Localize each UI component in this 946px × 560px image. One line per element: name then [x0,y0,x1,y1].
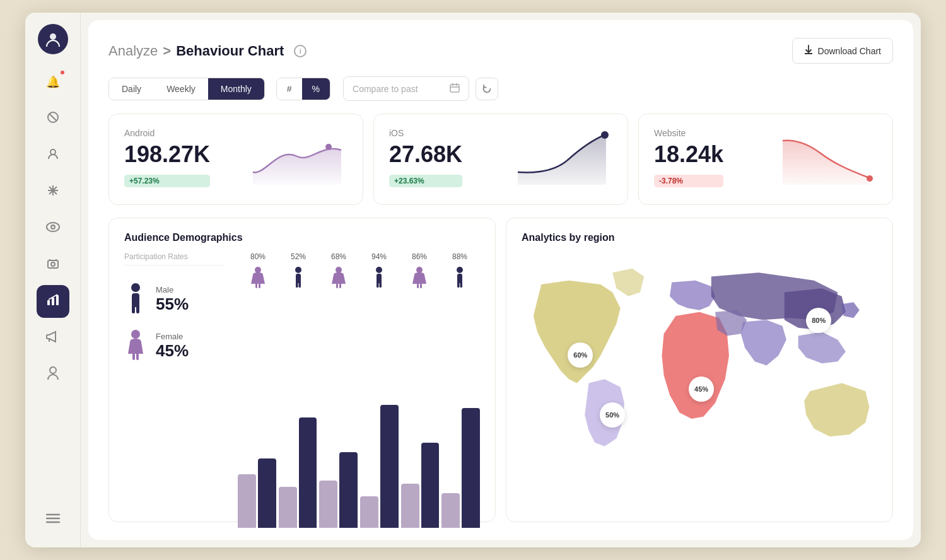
map-title: Analytics by region [522,232,877,243]
demographics-card: Audience Demographics Participation Rate… [108,218,496,522]
svg-point-0 [50,33,56,40]
info-icon[interactable]: i [294,45,307,57]
ios-value: 27.68K [389,142,462,167]
svg-rect-32 [132,305,135,313]
bell-icon: 🔔 [46,75,60,89]
svg-point-40 [295,267,301,273]
bottom-row: Audience Demographics Participation Rate… [108,218,893,522]
breadcrumb-parent: Analyze [108,43,158,59]
male-stat: Male 55% [124,282,225,317]
tab-monthly[interactable]: Monthly [208,78,264,100]
chart-icon [46,294,60,310]
svg-rect-45 [336,283,338,288]
bar-icon-2 [278,266,318,289]
sidebar-item-users[interactable] [37,139,69,172]
compare-placeholder: Compare to past [353,84,418,94]
svg-rect-50 [380,281,382,288]
breadcrumb-current: Behaviour Chart [176,43,284,59]
stats-row: Android 198.27K +57.23% [108,114,893,205]
android-chart [247,128,347,185]
sidebar-item-snowflake[interactable] [37,175,69,208]
stat-card-website: Website 18.24k -3.78% [638,114,893,205]
bar-pair-4 [360,405,399,528]
ios-platform: iOS [389,128,462,138]
android-badge: +57.23% [124,175,210,187]
svg-line-2 [49,114,57,121]
bar-pair-5 [401,443,440,528]
svg-rect-33 [136,305,139,313]
download-chart-button[interactable]: Download Chart [792,38,893,64]
svg-point-10 [52,225,54,226]
bar-icons-row [238,266,480,289]
svg-point-29 [867,175,873,182]
africa-pct: 45% [694,385,708,393]
bar-pct-1: 80% [238,252,278,261]
avatar[interactable] [38,24,68,54]
bar-pct-3: 68% [318,252,359,261]
sidebar-item-megaphone[interactable] [37,322,69,354]
male-info: Male 55% [156,285,189,314]
svg-point-51 [416,267,423,273]
svg-point-3 [50,149,55,155]
bar-pair-1 [238,458,276,528]
bar-male-5 [421,443,440,528]
svg-point-44 [336,267,342,273]
bar-pct-4: 94% [359,252,399,261]
sidebar-item-analytics[interactable] [37,285,69,318]
website-value: 18.24k [654,142,723,167]
toggle-percent[interactable]: % [302,78,330,100]
svg-point-27 [325,144,332,150]
sidebar-item-person[interactable] [37,358,69,391]
bar-male-1 [258,458,276,528]
website-platform: Website [654,128,723,138]
svg-point-8 [47,223,59,231]
tab-daily[interactable]: Daily [109,78,154,100]
compare-to-past-input[interactable]: Compare to past [343,76,469,101]
svg-rect-49 [377,281,379,288]
sidebar-item-settings[interactable] [37,102,69,135]
female-value: 45% [156,341,189,361]
americas-pct: 60% [573,351,587,359]
svg-point-47 [376,267,382,273]
eye-icon [46,222,60,235]
svg-point-12 [51,262,55,266]
bar-male-3 [339,452,358,528]
toggle-hash[interactable]: # [277,78,302,100]
bar-male-6 [462,408,480,528]
svg-point-54 [457,267,463,273]
refresh-button[interactable] [476,78,498,100]
sidebar-item-menu[interactable] [37,503,69,536]
hamburger-icon [46,513,60,527]
page-header: Analyze > Behaviour Chart i Download Cha… [108,38,893,64]
controls-row: Daily Weekly Monthly # % Compare to past [108,76,893,101]
svg-rect-23 [450,85,459,92]
bar-female-1 [238,474,256,528]
ios-chart [511,128,612,185]
period-tab-group: Daily Weekly Monthly [108,78,265,100]
bar-female-2 [279,487,297,528]
bar-pair-6 [441,408,480,528]
sidebar-item-dollar[interactable] [37,248,69,281]
stat-card-android: Android 198.27K +57.23% [108,114,363,205]
svg-point-37 [255,267,261,273]
tab-weekly[interactable]: Weekly [154,78,208,100]
bar-female-5 [401,484,419,528]
svg-rect-56 [457,281,460,288]
map-label-south-america: 50% [600,402,625,428]
ios-badge: +23.63% [389,175,462,187]
user-icon [47,148,59,163]
svg-rect-16 [52,298,54,305]
bar-icon-4 [359,266,399,289]
male-value: 55% [156,295,189,314]
megaphone-icon [46,330,60,346]
svg-rect-53 [420,283,422,288]
sidebar-item-notifications[interactable]: 🔔 [37,66,69,98]
sidebar-item-eye[interactable] [37,212,69,245]
stat-card-ios: iOS 27.68K +23.63% [373,114,628,205]
svg-rect-46 [339,283,341,288]
bar-male-4 [380,405,399,528]
download-icon [804,45,813,57]
bar-pct-5: 86% [399,252,440,261]
bar-icon-6 [440,266,480,289]
demographics-title: Audience Demographics [124,232,480,243]
